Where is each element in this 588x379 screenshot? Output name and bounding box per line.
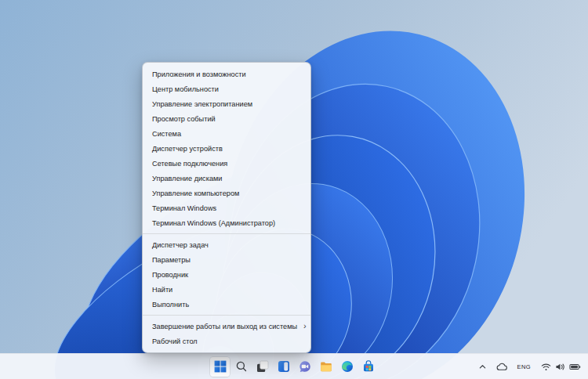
system-tray: ENG bbox=[476, 354, 584, 379]
menu-separator bbox=[143, 315, 310, 316]
menu-item-label: Выполнить bbox=[152, 301, 301, 309]
context-menu-item[interactable]: Терминал Windows bbox=[143, 200, 310, 215]
language-indicator[interactable]: ENG bbox=[515, 360, 533, 374]
taskbar-file-explorer-button[interactable] bbox=[316, 357, 336, 377]
context-menu-item[interactable]: Проводник bbox=[143, 267, 310, 282]
menu-item-label: Сетевые подключения bbox=[152, 160, 301, 168]
menu-item-label: Рабочий стол bbox=[152, 337, 301, 345]
context-menu-item[interactable]: Управление электропитанием bbox=[143, 96, 310, 111]
menu-item-label: Управление дисками bbox=[152, 175, 301, 182]
context-menu-item[interactable]: Диспетчер устройств bbox=[143, 141, 310, 156]
chevron-up-icon bbox=[478, 363, 487, 371]
menu-item-label: Приложения и возможности bbox=[152, 70, 301, 78]
taskbar-center-icons bbox=[210, 354, 378, 379]
folder-icon bbox=[320, 360, 332, 373]
menu-item-label: Управление электропитанием bbox=[152, 100, 301, 108]
taskbar-task-view-button[interactable] bbox=[252, 357, 272, 377]
context-menu-item[interactable]: Приложения и возможности bbox=[143, 67, 310, 81]
menu-item-label: Диспетчер устройств bbox=[152, 145, 301, 153]
volume-icon bbox=[555, 363, 565, 371]
quick-settings-button[interactable] bbox=[538, 360, 584, 374]
edge-icon bbox=[341, 360, 354, 373]
taskbar-start-button[interactable] bbox=[210, 357, 230, 377]
menu-item-label: Центр мобильности bbox=[152, 85, 301, 93]
store-icon bbox=[362, 360, 375, 373]
menu-separator bbox=[143, 233, 310, 234]
context-menu-item[interactable]: Терминал Windows (Администратор) bbox=[143, 215, 310, 230]
windows-logo-icon bbox=[214, 360, 227, 373]
widgets-icon bbox=[278, 360, 290, 373]
menu-item-label: Система bbox=[152, 130, 301, 138]
show-hidden-icons-button[interactable] bbox=[476, 360, 489, 374]
context-menu-item[interactable]: Центр мобильности bbox=[143, 81, 310, 96]
wifi-icon bbox=[541, 363, 551, 371]
menu-item-label: Найти bbox=[152, 286, 301, 294]
menu-item-label: Параметры bbox=[152, 256, 301, 264]
taskbar-chat-button[interactable] bbox=[295, 357, 314, 377]
chat-icon bbox=[299, 360, 311, 373]
menu-item-label: Управление компьютером bbox=[152, 190, 301, 197]
menu-item-label: Диспетчер задач bbox=[152, 241, 301, 249]
context-menu-item[interactable]: Управление компьютером bbox=[143, 186, 310, 200]
context-menu-item[interactable]: Завершение работы или выход из системы› bbox=[143, 319, 310, 334]
taskbar: ENG bbox=[0, 353, 588, 379]
taskbar-widgets-button[interactable] bbox=[274, 357, 293, 377]
onedrive-button[interactable] bbox=[494, 360, 510, 374]
context-menu-item[interactable]: Сетевые подключения bbox=[143, 156, 310, 171]
context-menu-item[interactable]: Диспетчер задач bbox=[143, 237, 310, 252]
context-menu-item[interactable]: Выполнить bbox=[143, 297, 310, 312]
taskbar-search-button[interactable] bbox=[231, 357, 251, 377]
taskbar-edge-button[interactable] bbox=[337, 357, 357, 377]
menu-item-label: Терминал Windows bbox=[152, 204, 301, 212]
cloud-icon bbox=[496, 363, 508, 371]
menu-item-label: Просмотр событий bbox=[152, 115, 301, 123]
task-view-icon bbox=[256, 360, 269, 373]
menu-item-label: Завершение работы или выход из системы bbox=[152, 323, 297, 330]
search-icon bbox=[235, 360, 248, 373]
menu-item-label: Проводник bbox=[152, 271, 301, 279]
context-menu-item[interactable]: Система bbox=[143, 126, 310, 141]
chevron-right-icon: › bbox=[303, 322, 307, 330]
context-menu-item[interactable]: Рабочий стол bbox=[143, 334, 310, 348]
battery-icon bbox=[569, 363, 581, 371]
context-menu-item[interactable]: Просмотр событий bbox=[143, 111, 310, 126]
winx-context-menu: Приложения и возможностиЦентр мобильност… bbox=[142, 62, 311, 353]
taskbar-store-button[interactable] bbox=[358, 357, 378, 377]
menu-item-label: Терминал Windows (Администратор) bbox=[152, 219, 301, 227]
context-menu-item[interactable]: Найти bbox=[143, 282, 310, 297]
context-menu-item[interactable]: Параметры bbox=[143, 252, 310, 267]
context-menu-item[interactable]: Управление дисками bbox=[143, 171, 310, 186]
